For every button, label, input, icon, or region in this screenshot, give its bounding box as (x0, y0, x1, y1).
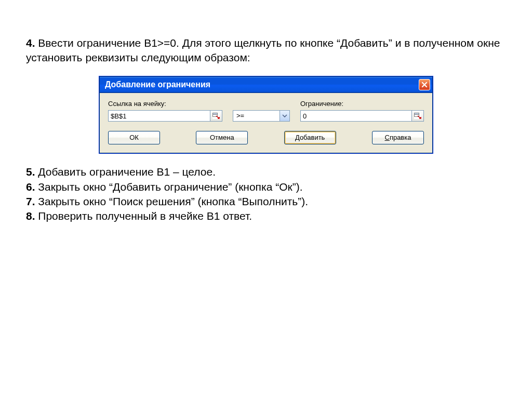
close-button[interactable] (419, 79, 430, 90)
cancel-button[interactable]: Отмена (196, 131, 248, 144)
step-6-number: 6. (26, 181, 35, 193)
step-8-number: 8. (26, 210, 35, 222)
add-button[interactable]: Добавить (284, 131, 336, 144)
refedit-icon (212, 113, 220, 119)
constraint-label: Ограничение: (300, 99, 424, 109)
step-8-text: Проверить полученный в ячейке В1 ответ. (35, 210, 252, 222)
refedit-icon (414, 113, 421, 119)
step-5: 5. Добавить ограничение В1 – целое. 6. З… (26, 165, 506, 223)
svg-rect-5 (415, 113, 419, 115)
constraint-picker-button[interactable] (411, 110, 424, 122)
cell-reference-picker-button[interactable] (210, 110, 222, 122)
operator-value: >= (233, 110, 280, 122)
step-4-text: Ввести ограничение B1>=0. Для этого щелк… (26, 37, 500, 63)
svg-rect-2 (213, 113, 218, 115)
step-4: 4. Ввести ограничение B1>=0. Для этого щ… (26, 36, 506, 65)
cell-reference-label: Ссылка на ячейку: (108, 99, 222, 109)
step-6-text: Закрыть окно “Добавить ограничение” (кно… (35, 181, 303, 193)
step-7-text: Закрыть окно “Поиск решения” (кнопка “Вы… (35, 195, 309, 207)
help-button[interactable]: Справка (372, 131, 424, 144)
add-constraint-dialog: Добавление ограничения Ссылка на ячейку: (99, 76, 433, 154)
chevron-down-icon (282, 114, 287, 117)
operator-select[interactable]: >= (233, 110, 290, 122)
close-icon (421, 82, 428, 88)
step-5-number: 5. (26, 166, 35, 178)
step-5-text: Добавить ограничение В1 – целое. (35, 166, 216, 178)
ok-button[interactable]: ОК (108, 131, 160, 144)
step-7-number: 7. (26, 195, 35, 207)
dialog-title: Добавление ограничения (105, 79, 419, 90)
operator-dropdown-button[interactable] (280, 110, 290, 122)
dialog-titlebar: Добавление ограничения (100, 77, 432, 93)
cell-reference-input[interactable] (108, 110, 210, 122)
constraint-input[interactable] (300, 110, 411, 122)
step-4-number: 4. (26, 37, 35, 49)
